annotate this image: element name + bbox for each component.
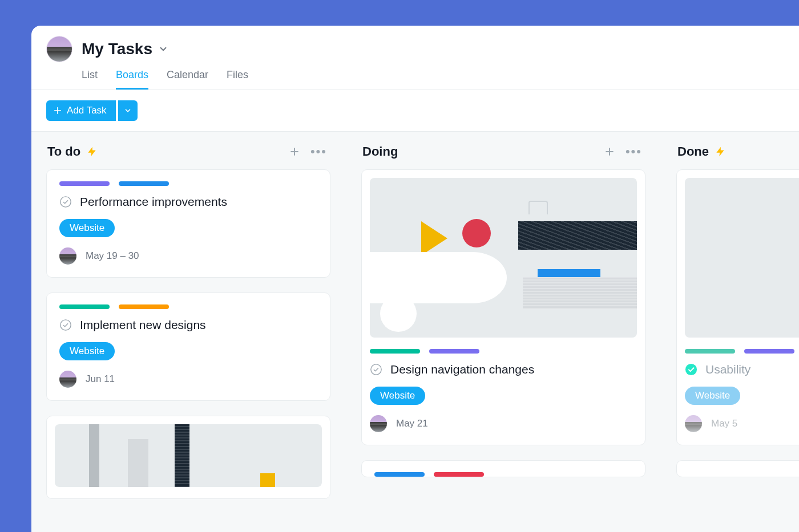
card-color-pills: [59, 181, 317, 186]
project-pill: [370, 349, 420, 354]
card-date: May 19 – 30: [86, 250, 139, 262]
column-title[interactable]: Done: [677, 144, 726, 159]
svg-point-3: [685, 364, 697, 375]
column-done: Done Usability Website: [676, 144, 799, 532]
project-pill: [744, 349, 794, 354]
card-tag[interactable]: Website: [59, 342, 115, 360]
toolbar: Add Task: [31, 90, 799, 132]
task-card[interactable]: Design navigation changes Website May 21: [361, 169, 645, 445]
column-title-text: Doing: [362, 144, 398, 159]
add-task-label: Add Task: [67, 105, 107, 116]
column-title[interactable]: Doing: [362, 144, 398, 159]
page-title-text: My Tasks: [82, 40, 152, 58]
card-meta: May 21: [370, 415, 637, 432]
project-pill: [374, 472, 425, 477]
board: To do ••• Performance improvements Webs: [31, 132, 799, 532]
card-cover-image: [370, 178, 637, 338]
card-meta: May 5: [685, 415, 799, 432]
column-actions: •••: [289, 145, 327, 158]
column-menu-button[interactable]: •••: [310, 145, 327, 158]
card-date: Jun 11: [86, 373, 115, 385]
task-card[interactable]: Usability Website May 5: [676, 169, 799, 445]
column-title-text: To do: [47, 144, 80, 159]
card-color-pills: [370, 349, 637, 354]
column-title[interactable]: To do: [47, 144, 98, 159]
complete-task-icon[interactable]: [59, 319, 72, 331]
tab-boards[interactable]: Boards: [116, 66, 148, 90]
assignee-avatar[interactable]: [685, 415, 702, 432]
page-title[interactable]: My Tasks: [82, 40, 168, 58]
card-meta: May 19 – 30: [59, 247, 317, 265]
complete-task-icon[interactable]: [685, 363, 697, 376]
lightning-icon: [715, 145, 726, 159]
add-task-dropdown[interactable]: [118, 100, 138, 121]
card-title-row: Implement new designs: [59, 318, 317, 332]
add-card-button[interactable]: [604, 146, 615, 157]
column-todo: To do ••• Performance improvements Webs: [46, 144, 330, 532]
lightning-icon: [86, 145, 98, 159]
card-cover-image: [55, 424, 322, 487]
card-tag[interactable]: Website: [59, 219, 115, 237]
complete-task-icon[interactable]: [370, 363, 382, 376]
assignee-avatar[interactable]: [370, 415, 387, 432]
project-pill: [119, 181, 169, 186]
svg-point-2: [371, 364, 381, 375]
svg-point-1: [60, 320, 71, 330]
column-header: Done: [676, 144, 799, 169]
tab-list[interactable]: List: [82, 66, 98, 90]
add-card-button[interactable]: [289, 146, 300, 157]
chevron-down-icon: [158, 44, 168, 54]
project-pill: [429, 349, 479, 354]
card-color-pills: [374, 472, 632, 477]
task-card[interactable]: Implement new designs Website Jun 11: [46, 293, 330, 401]
assignee-avatar[interactable]: [59, 371, 76, 388]
project-pill: [59, 181, 110, 186]
view-tabs: List Boards Calendar Files: [46, 62, 799, 90]
card-title: Implement new designs: [80, 318, 206, 332]
task-card[interactable]: Performance improvements Website May 19 …: [46, 169, 330, 278]
task-card[interactable]: [361, 460, 645, 477]
app-shell: My Tasks List Boards Calendar Files Add …: [31, 26, 799, 532]
card-title: Usability: [705, 363, 750, 376]
project-pill: [434, 472, 484, 477]
task-card[interactable]: [676, 460, 799, 477]
card-title-row: Design navigation changes: [370, 363, 637, 376]
card-title-row: Usability: [685, 363, 799, 376]
card-color-pills: [59, 304, 317, 309]
project-pill: [685, 349, 735, 354]
column-header: To do •••: [46, 144, 330, 169]
column-doing: Doing •••: [361, 144, 645, 532]
card-meta: Jun 11: [59, 371, 317, 388]
card-cover-image: [685, 178, 799, 338]
card-tag[interactable]: Website: [370, 387, 425, 405]
complete-task-icon[interactable]: [59, 196, 72, 208]
svg-point-0: [60, 197, 71, 207]
tab-files[interactable]: Files: [227, 66, 248, 90]
assignee-avatar[interactable]: [59, 247, 76, 265]
column-menu-button[interactable]: •••: [626, 145, 642, 158]
card-date: May 21: [396, 418, 428, 429]
chevron-down-icon: [124, 107, 132, 115]
add-task-button[interactable]: Add Task: [46, 100, 116, 121]
task-card[interactable]: [46, 416, 330, 499]
column-actions: •••: [604, 145, 642, 158]
project-pill: [59, 304, 110, 309]
column-title-text: Done: [677, 144, 709, 159]
card-title: Performance improvements: [80, 195, 227, 209]
card-title-row: Performance improvements: [59, 195, 317, 209]
user-avatar[interactable]: [46, 36, 72, 62]
card-tag[interactable]: Website: [685, 387, 740, 405]
project-pill: [119, 304, 169, 309]
tab-calendar[interactable]: Calendar: [167, 66, 208, 90]
header: My Tasks List Boards Calendar Files: [31, 26, 799, 90]
card-color-pills: [685, 349, 799, 354]
plus-icon: [53, 106, 62, 115]
column-header: Doing •••: [361, 144, 645, 169]
title-row: My Tasks: [46, 36, 799, 62]
card-title: Design navigation changes: [390, 363, 534, 376]
card-date: May 5: [711, 418, 737, 429]
